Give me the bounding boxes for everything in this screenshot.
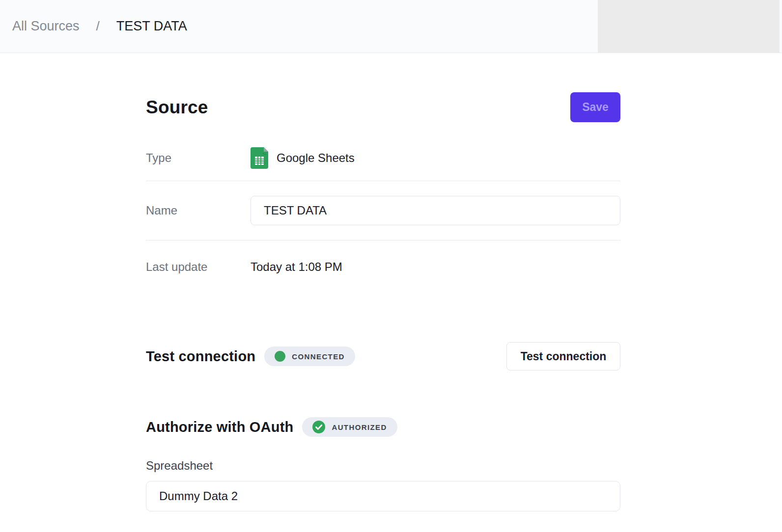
header-gray-panel — [598, 0, 780, 53]
oauth-title: Authorize with OAuth — [146, 419, 293, 435]
authorized-status-badge: AUTHORIZED — [302, 417, 397, 437]
type-field-value: Google Sheets — [251, 147, 355, 169]
green-dot-icon — [275, 351, 285, 362]
last-update-field-row: Last update Today at 1:08 PM — [146, 240, 620, 283]
check-circle-icon — [312, 421, 325, 433]
oauth-section: Authorize with OAuth AUTHORIZED Spreadsh… — [146, 417, 620, 511]
spreadsheet-label: Spreadsheet — [146, 459, 620, 473]
spreadsheet-select[interactable] — [146, 481, 620, 511]
last-update-field-label: Last update — [146, 260, 251, 274]
page-title: Source — [146, 97, 208, 118]
breadcrumb-all-sources-link[interactable]: All Sources — [12, 19, 80, 34]
type-field-label: Type — [146, 151, 251, 165]
oauth-section-header: Authorize with OAuth AUTHORIZED — [146, 417, 620, 437]
name-field-label: Name — [146, 204, 251, 217]
connected-status-badge: CONNECTED — [264, 346, 355, 366]
source-section: Source Save Type Google Sheets Name — [146, 92, 620, 283]
test-connection-button[interactable]: Test connection — [506, 342, 620, 371]
last-update-value: Today at 1:08 PM — [251, 260, 342, 274]
spreadsheet-input-wrap — [146, 481, 620, 511]
top-bar: All Sources / TEST DATA — [0, 0, 782, 53]
save-button[interactable]: Save — [570, 92, 620, 122]
authorized-status-label: AUTHORIZED — [332, 423, 387, 431]
name-field-row: Name — [146, 181, 620, 240]
breadcrumb: All Sources / TEST DATA — [12, 19, 187, 34]
source-section-header: Source Save — [146, 92, 620, 122]
source-settings-page: Source Save Type Google Sheets Name — [146, 53, 620, 511]
test-connection-title: Test connection — [146, 348, 255, 365]
test-connection-section: Test connection CONNECTED Test connectio… — [146, 342, 620, 371]
type-value-text: Google Sheets — [277, 151, 355, 165]
name-input[interactable] — [251, 196, 620, 225]
breadcrumb-current-page: TEST DATA — [116, 19, 187, 34]
google-sheets-icon — [251, 147, 268, 169]
breadcrumb-separator: / — [96, 19, 100, 34]
connected-status-label: CONNECTED — [292, 352, 345, 361]
type-field-row: Type Google Sheets — [146, 122, 620, 181]
